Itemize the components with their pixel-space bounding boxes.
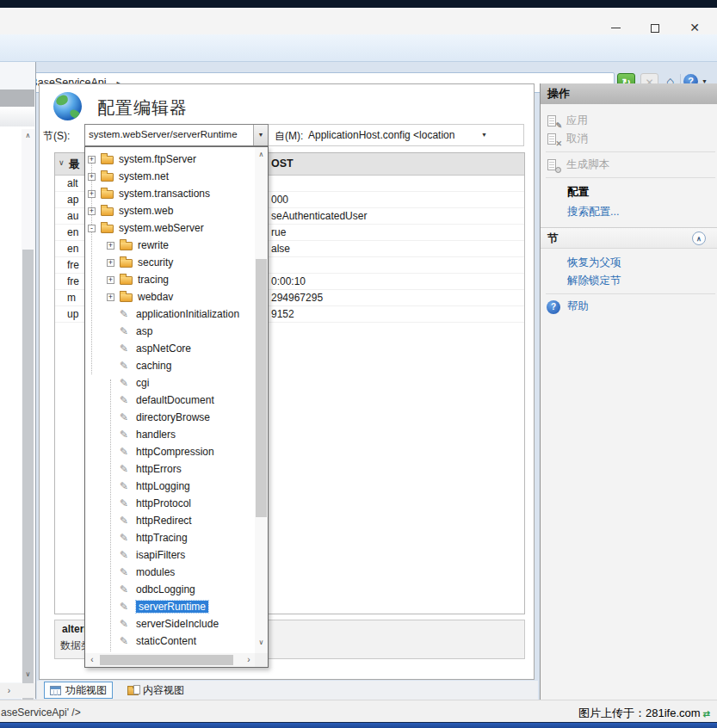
scroll-up-icon[interactable]: ∧ xyxy=(22,129,34,143)
search-config-link[interactable]: 搜索配置... xyxy=(541,203,717,221)
grid-cell-name: au xyxy=(67,210,78,222)
tree-item-isapiFilters[interactable]: ✎isapiFilters xyxy=(107,546,255,564)
tree-item-system.webServer[interactable]: -system.webServer xyxy=(88,219,255,237)
tree-item-label: cgi xyxy=(136,377,149,389)
tree-item-caching[interactable]: ✎caching xyxy=(107,357,255,374)
tree-item-label: httpErrors xyxy=(136,463,182,475)
section-combobox[interactable]: system.webServer/serverRuntime ▼ xyxy=(84,124,269,146)
divider xyxy=(546,151,715,152)
tree-item-system.net[interactable]: +system.net xyxy=(88,168,255,185)
cancel-button[interactable]: ✕ 取消 xyxy=(541,130,717,148)
section-combobox-dropdown-button[interactable]: ▼ xyxy=(253,125,268,145)
scroll-right-icon[interactable]: › xyxy=(243,653,255,667)
tree-item-aspNetCore[interactable]: ✎aspNetCore xyxy=(107,340,255,357)
connections-vscrollbar[interactable] xyxy=(22,129,34,728)
pencil-icon: ✎ xyxy=(120,343,131,354)
scrollbar-thumb[interactable] xyxy=(100,655,233,665)
pencil-icon: ✎ xyxy=(120,464,131,474)
apply-button[interactable]: ✎ 应用 xyxy=(541,112,717,130)
tree-item-label: httpCompression xyxy=(136,446,214,458)
unlock-section-link[interactable]: 解除锁定节 xyxy=(541,272,717,290)
tree-item-cgi[interactable]: ✎cgi xyxy=(107,374,255,392)
scroll-down-icon[interactable]: ∨ xyxy=(22,668,34,682)
tree-item-odbcLogging[interactable]: ✎odbcLogging xyxy=(107,581,255,598)
tree-item-directoryBrowse[interactable]: ✎directoryBrowse xyxy=(107,409,255,426)
dropdown-vscrollbar[interactable] xyxy=(255,147,268,653)
scroll-right-icon[interactable]: › xyxy=(3,684,15,698)
tree-item-label: serverRuntime xyxy=(136,601,208,613)
tree-item-system.web[interactable]: +system.web xyxy=(88,202,255,219)
scroll-down-icon[interactable]: ∨ xyxy=(255,636,268,650)
scrollbar-thumb[interactable] xyxy=(256,259,267,517)
from-caret-icon[interactable]: ▼ xyxy=(481,132,487,138)
tree-item-httpLogging[interactable]: ✎httpLogging xyxy=(107,478,255,495)
expand-node-icon[interactable]: + xyxy=(88,207,96,215)
expand-node-icon[interactable]: + xyxy=(88,190,96,198)
section-label: 节(S): xyxy=(43,129,70,144)
tree-item-security[interactable]: +security xyxy=(107,254,255,271)
tree-item-httpProtocol[interactable]: ✎httpProtocol xyxy=(107,495,255,512)
connections-pane-edge: ∧ ∨ › xyxy=(0,62,36,699)
address-bar: Store.BaseServiceApi▶ ↻ ✕ ⌂ ? ▼ xyxy=(0,34,717,62)
tree-item-httpTracing[interactable]: ✎httpTracing xyxy=(107,529,255,546)
connections-toolbar-fragment xyxy=(0,107,34,126)
pencil-icon: ✎ xyxy=(120,326,131,336)
tree-item-defaultDocument[interactable]: ✎defaultDocument xyxy=(107,392,255,409)
scroll-up-icon[interactable]: ∧ xyxy=(255,148,268,162)
tree-item-system.ftpServer[interactable]: +system.ftpServer xyxy=(88,151,255,168)
desktop-top-strip xyxy=(0,0,717,8)
tree-item-httpErrors[interactable]: ✎httpErrors xyxy=(107,460,255,478)
cancel-icon: ✕ xyxy=(547,133,559,146)
title-bar: ✕ xyxy=(0,8,717,34)
folder-icon xyxy=(120,242,133,250)
expand-node-icon[interactable]: + xyxy=(107,293,114,301)
tree-item-httpCompression[interactable]: ✎httpCompression xyxy=(107,443,255,460)
expand-node-icon[interactable]: + xyxy=(107,259,114,267)
apply-icon: ✎ xyxy=(547,114,559,128)
folder-icon xyxy=(101,156,114,164)
tree-item-serverRuntime[interactable]: ✎serverRuntime xyxy=(107,598,255,615)
scrollbar-thumb[interactable] xyxy=(22,250,34,728)
tree-item-label: rewrite xyxy=(138,239,169,251)
generate-script-button[interactable]: 生成脚本 xyxy=(541,156,717,174)
tree-item-serverSideInclude[interactable]: ✎serverSideInclude xyxy=(107,615,255,632)
tree-item-label: system.web xyxy=(119,205,173,217)
tree-item-label: handlers xyxy=(136,429,176,441)
content-view-icon xyxy=(127,688,139,695)
folder-icon xyxy=(120,293,133,302)
tree-item-tracing[interactable]: +tracing xyxy=(107,271,255,288)
collapse-section-button[interactable]: ∧ xyxy=(692,231,706,245)
grid-cell-name: en xyxy=(67,243,78,255)
tree-item-webdav[interactable]: +webdav xyxy=(107,288,255,305)
grid-group-chevron-icon[interactable]: ∨ xyxy=(59,158,65,167)
tree-item-label: webdav xyxy=(138,291,173,303)
help-link[interactable]: ? 帮助 xyxy=(541,298,717,316)
tree-item-httpRedirect[interactable]: ✎httpRedirect xyxy=(107,512,255,529)
tree-item-staticContent[interactable]: ✎staticContent xyxy=(107,632,255,650)
scroll-left-icon[interactable]: ‹ xyxy=(86,653,98,667)
tree-item-rewrite[interactable]: +rewrite xyxy=(107,237,255,254)
revert-to-parent-link[interactable]: 恢复为父项 xyxy=(541,254,717,272)
tree-item-label: modules xyxy=(136,566,175,578)
tree-item-handlers[interactable]: ✎handlers xyxy=(107,426,255,443)
tree-item-applicationInitialization[interactable]: ✎applicationInitialization xyxy=(107,305,255,323)
collapse-node-icon[interactable]: - xyxy=(88,225,96,232)
globe-icon xyxy=(53,92,82,120)
tree-item-system.transactions[interactable]: +system.transactions xyxy=(88,185,255,202)
pencil-icon: ✎ xyxy=(120,361,131,371)
tree-item-modules[interactable]: ✎modules xyxy=(107,564,255,581)
tab-features-view[interactable]: 功能视图 xyxy=(44,682,113,699)
tree-item-label: staticContent xyxy=(136,635,196,647)
expand-node-icon[interactable]: + xyxy=(88,173,96,181)
grid-cell-value: 294967295 xyxy=(271,292,323,304)
actions-panel-title: 操作 xyxy=(541,83,717,104)
tree-item-asp[interactable]: ✎asp xyxy=(107,323,255,340)
tab-content-view[interactable]: 内容视图 xyxy=(122,682,189,699)
script-icon xyxy=(547,158,559,172)
expand-node-icon[interactable]: + xyxy=(107,242,114,250)
from-combobox[interactable]: ApplicationHost.config <location xyxy=(308,129,454,141)
expand-node-icon[interactable]: + xyxy=(107,276,114,284)
pencil-icon: ✎ xyxy=(120,636,131,646)
pencil-icon: ✎ xyxy=(120,567,131,577)
expand-node-icon[interactable]: + xyxy=(88,156,96,163)
